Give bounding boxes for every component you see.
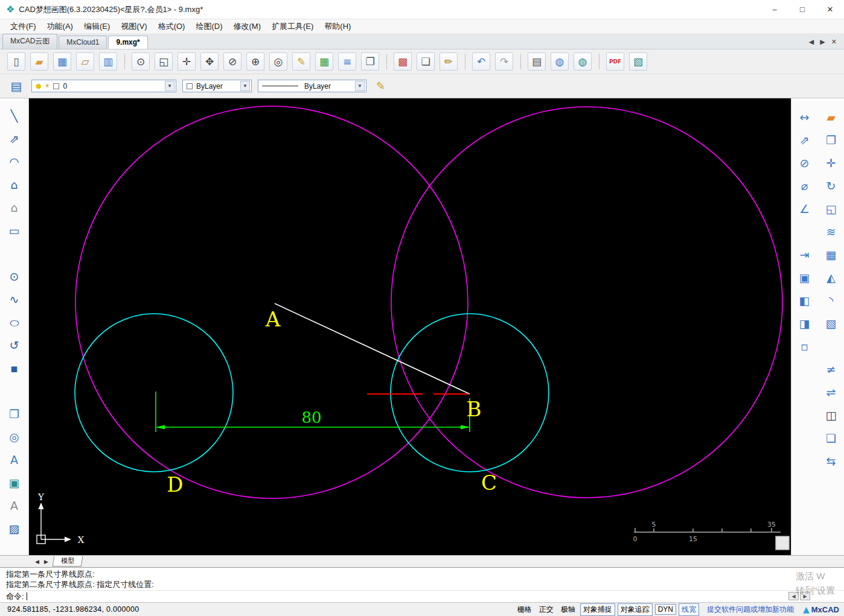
menu-item[interactable]: 绘图(D) bbox=[190, 20, 228, 33]
dim-continue-icon[interactable]: ⇥ bbox=[794, 244, 815, 265]
white-line-ab[interactable] bbox=[275, 303, 470, 394]
redo-icon[interactable]: ↷ bbox=[495, 52, 513, 71]
minimize-button[interactable]: – bbox=[761, 0, 788, 19]
open-file-icon[interactable]: ▱ bbox=[76, 52, 94, 71]
image-export-icon[interactable]: ▧ bbox=[629, 52, 647, 71]
circle-icon[interactable]: ⊙ bbox=[4, 266, 25, 287]
hatch-icon[interactable]: ▨ bbox=[4, 518, 25, 539]
copy-icon[interactable]: ❐ bbox=[821, 130, 842, 150]
pdf-export-icon[interactable]: PDF bbox=[606, 52, 624, 71]
zoom-extents-icon[interactable]: ✛ bbox=[177, 52, 196, 71]
trim-icon[interactable]: ▧ bbox=[821, 313, 842, 334]
menu-item[interactable]: 编辑(E) bbox=[78, 20, 115, 33]
box3d-icon[interactable]: ◫ bbox=[821, 405, 842, 425]
revcloud-icon[interactable]: ↺ bbox=[4, 335, 25, 355]
command-scroll-left-icon[interactable]: ◀ bbox=[788, 592, 799, 600]
maximize-button[interactable]: □ bbox=[788, 0, 816, 19]
close-button[interactable]: ✕ bbox=[816, 0, 844, 19]
edit-page-icon[interactable]: ✏ bbox=[440, 52, 458, 71]
save-as-icon[interactable]: ▥ bbox=[99, 52, 117, 71]
find-icon[interactable]: ◎ bbox=[269, 52, 287, 71]
status-toggle[interactable]: 正交 bbox=[537, 604, 556, 615]
color-dropdown-icon[interactable]: ▼ bbox=[240, 81, 250, 91]
linetype-select[interactable]: ByLayer ▼ bbox=[258, 80, 366, 92]
polygon-filled-icon[interactable]: ⌂ bbox=[4, 174, 25, 195]
export-page-icon[interactable]: ❏ bbox=[417, 52, 435, 71]
donut-icon[interactable]: ◎ bbox=[4, 427, 25, 447]
tab-close-icon[interactable]: ✕ bbox=[831, 38, 837, 46]
web-publish-icon[interactable]: ◍ bbox=[574, 52, 592, 71]
erase-icon[interactable]: ▰ bbox=[821, 107, 842, 127]
dim-aligned-icon[interactable]: ⇗ bbox=[794, 130, 815, 150]
menu-item[interactable]: 视图(V) bbox=[115, 20, 152, 33]
block-attribute-icon[interactable]: ▫ bbox=[794, 336, 815, 357]
rotate-icon[interactable]: ↻ bbox=[821, 176, 842, 196]
clipboard-icon[interactable]: ❐ bbox=[4, 404, 25, 424]
dim-radius-icon[interactable]: ⊘ bbox=[794, 153, 815, 173]
magenta-circle-right[interactable] bbox=[391, 107, 782, 498]
menu-item[interactable]: 文件(F) bbox=[5, 20, 42, 33]
block-insert-icon[interactable]: ◧ bbox=[794, 290, 815, 311]
document-tab[interactable]: 9.mxg* bbox=[108, 36, 147, 49]
text-style-icon[interactable]: A bbox=[4, 495, 25, 516]
scale-icon[interactable]: ◱ bbox=[821, 198, 842, 219]
copy-layout-icon[interactable]: ❐ bbox=[361, 52, 379, 71]
linetype-dropdown-icon[interactable]: ▼ bbox=[355, 81, 365, 91]
color-select[interactable]: ByLayer ▼ bbox=[182, 80, 252, 92]
draworder-pencil-icon[interactable]: ✎ bbox=[376, 80, 385, 92]
sheet-icon[interactable]: ❏ bbox=[821, 428, 842, 448]
palette-icon[interactable]: ▩ bbox=[394, 52, 412, 71]
zoom-realtime-icon[interactable]: ⊕ bbox=[246, 52, 264, 71]
ellipse-icon[interactable]: ○ bbox=[4, 312, 25, 332]
layout-scroll-left-icon[interactable]: ◀ bbox=[33, 559, 42, 565]
cyan-circle-left[interactable] bbox=[75, 314, 233, 472]
layer-dropdown-icon[interactable]: ▼ bbox=[165, 81, 174, 91]
offset-icon[interactable]: ≋ bbox=[821, 221, 842, 242]
zoom-scale-icon[interactable]: ⊘ bbox=[223, 52, 241, 71]
drawing-canvas[interactable]: 80 A B C D Y X bbox=[29, 98, 791, 555]
text-icon[interactable]: A bbox=[4, 449, 25, 470]
new-file-icon[interactable]: ▯ bbox=[7, 52, 25, 71]
mirror-icon[interactable]: ◭ bbox=[821, 267, 842, 288]
model-tab[interactable]: 模型 bbox=[53, 556, 83, 567]
print-icon[interactable]: ▤ bbox=[528, 52, 546, 71]
tab-scroll-right-icon[interactable]: ▶ bbox=[820, 38, 825, 46]
mtext-icon[interactable]: ≡ bbox=[338, 52, 356, 71]
layout-scroll-right-icon[interactable]: ▶ bbox=[42, 559, 51, 565]
undo-icon[interactable]: ↶ bbox=[472, 52, 490, 71]
command-scroll-right-icon[interactable]: ▶ bbox=[800, 592, 810, 600]
dim-diameter-icon[interactable]: ⌀ bbox=[794, 176, 815, 196]
status-toggle[interactable]: 对象追踪 bbox=[618, 603, 653, 616]
dim-angular-icon[interactable]: ∠ bbox=[794, 198, 815, 219]
cyan-circle-right[interactable] bbox=[391, 314, 549, 472]
open-folder-icon[interactable]: ▰ bbox=[30, 52, 48, 71]
layers-icon[interactable]: ▤ bbox=[7, 79, 25, 94]
construction-line-icon[interactable]: ⇗ bbox=[4, 129, 25, 149]
break-icon[interactable]: ≠ bbox=[821, 359, 842, 379]
fillet-icon[interactable]: ◝ bbox=[821, 290, 842, 311]
command-area[interactable]: 指定第一条尺寸界线原点: 指定第二条尺寸界线原点: 指定尺寸线位置: 命令: ◀… bbox=[0, 567, 844, 602]
draw-pencil-icon[interactable]: ✎ bbox=[292, 52, 310, 71]
align-icon[interactable]: ⇆ bbox=[821, 451, 842, 471]
menu-item[interactable]: 格式(O) bbox=[153, 20, 191, 33]
status-toggle[interactable]: DYN bbox=[655, 604, 676, 615]
zoom-previous-icon[interactable]: ⊙ bbox=[132, 52, 150, 71]
line-icon[interactable]: ╲ bbox=[4, 106, 25, 126]
menu-item[interactable]: 帮助(H) bbox=[319, 20, 356, 33]
zoom-window-icon[interactable]: ◱ bbox=[155, 52, 173, 71]
stretch-icon[interactable]: ⇌ bbox=[821, 382, 842, 402]
block-write-icon[interactable]: ◨ bbox=[794, 313, 815, 334]
menu-item[interactable]: 扩展工具(E) bbox=[266, 20, 319, 33]
status-toggle[interactable]: 线宽 bbox=[679, 603, 699, 616]
spline-icon[interactable]: ∿ bbox=[4, 289, 25, 310]
move-icon[interactable]: ✛ bbox=[821, 153, 842, 173]
menu-item[interactable]: 功能(A) bbox=[42, 20, 78, 33]
document-tab[interactable]: MxCAD云图 bbox=[2, 34, 57, 49]
dimension-80[interactable]: 80 bbox=[156, 392, 470, 432]
polygon-icon[interactable]: ⌂ bbox=[4, 197, 25, 218]
command-prompt[interactable]: 命令: bbox=[6, 590, 844, 600]
arc-icon[interactable]: ◠ bbox=[4, 151, 25, 172]
status-toggle[interactable]: 极轴 bbox=[558, 604, 578, 615]
status-toggle[interactable]: 对象捕捉 bbox=[580, 603, 615, 616]
document-tab[interactable]: MxCloud1 bbox=[59, 36, 107, 49]
